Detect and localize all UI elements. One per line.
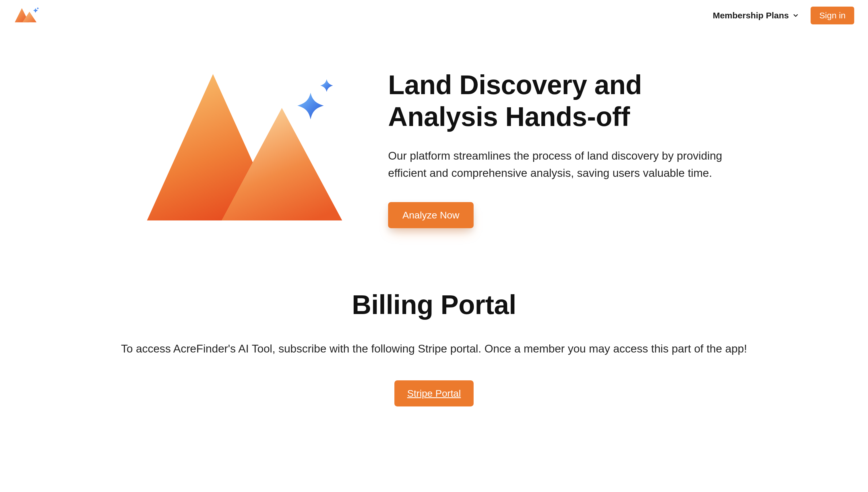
hero-subtitle: Our platform streamlines the process of … xyxy=(388,147,727,182)
stripe-portal-button[interactable]: Stripe Portal xyxy=(394,380,473,407)
site-header: Membership Plans Sign in xyxy=(0,0,868,31)
nav-membership-plans[interactable]: Membership Plans xyxy=(713,10,799,20)
stripe-portal-label: Stripe Portal xyxy=(407,388,461,399)
mountain-logo-icon xyxy=(14,7,39,24)
nav-membership-label: Membership Plans xyxy=(713,10,789,20)
hero-text: Land Discovery and Analysis Hands-off Ou… xyxy=(388,69,733,228)
billing-section: Billing Portal To access AcreFinder's AI… xyxy=(0,266,868,418)
billing-subtitle: To access AcreFinder's AI Tool, subscrib… xyxy=(52,340,816,358)
analyze-now-button[interactable]: Analyze Now xyxy=(388,202,474,228)
sign-in-button[interactable]: Sign in xyxy=(811,7,854,24)
header-nav: Membership Plans Sign in xyxy=(713,7,854,24)
hero-title: Land Discovery and Analysis Hands-off xyxy=(388,69,733,133)
mountain-logo-large-icon xyxy=(135,66,354,232)
sign-in-label: Sign in xyxy=(819,10,846,20)
chevron-down-icon xyxy=(792,12,799,19)
brand-logo-small[interactable] xyxy=(14,6,39,25)
hero-section: Land Discovery and Analysis Hands-off Ou… xyxy=(0,31,868,266)
hero-logo xyxy=(135,66,354,232)
billing-title: Billing Portal xyxy=(52,289,816,320)
analyze-now-label: Analyze Now xyxy=(402,210,459,220)
